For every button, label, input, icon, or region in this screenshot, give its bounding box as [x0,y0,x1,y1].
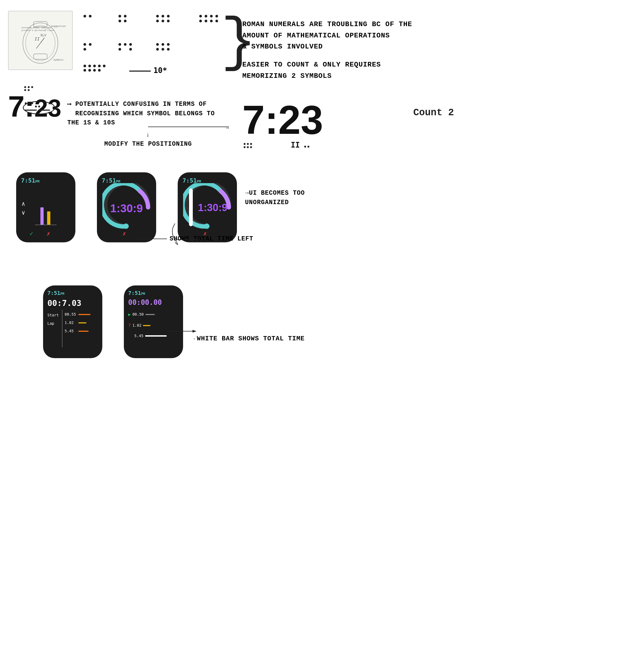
dot-cluster-7 [156,43,169,53]
watch2-timer: 1:30:9 [105,202,148,215]
dot-cluster-3 [156,15,169,22]
time-display-right: 7:23 [242,100,323,140]
svg-line-6 [40,38,44,43]
watch3-timer: 1:30:9 [192,202,233,213]
binary-symbol-ii: II [291,141,300,150]
svg-rect-13 [40,207,44,225]
watch2-x: ✗ [122,230,126,237]
watch-mockup-4: 7:51PM 00:7.03 StartLap 00.55 1.02 5.45 [43,286,102,358]
watch1-time: 7:51PM [21,177,40,184]
dot-cluster-8 [84,65,106,72]
svg-line-7 [36,43,40,48]
svg-text:Although Roman numerals: Although Roman numerals [22,26,51,29]
annotation-potentially-confusing: ⟶ POTENTIALLY CONFUSING IN TERMS OF RECO… [67,100,229,149]
annotation-roman-numerals: ROMAN NUMERALS ARE TROUBLING BC OF THE A… [242,19,412,52]
watch5-values: ▶ 00.50 ? 1.02 5.45 [128,310,167,340]
watch1-bars-svg [35,202,56,229]
watch1-arrows: ∧∨ [22,199,25,217]
watch4-time: 7:51PM [47,290,64,296]
dot-cluster-4 [199,15,218,22]
annotation-easier: POTENTIALLY CONFUSING IN TERMS OF EASIER… [242,59,381,82]
svg-text:II: II [34,37,40,42]
svg-text:provide a perfectly clean: provide a perfectly clean [22,29,54,31]
dot-cluster-1 [84,15,92,18]
dot-cluster-2 [118,15,127,22]
watch-mockup-2: 7:51PM 1:30:9 ✗ [97,172,156,242]
svg-rect-14 [47,211,50,225]
annotation-ui-unorganized: →UI BECOMES TOOUNORGANIZED [245,188,305,207]
watch4-main-timer: 00:7.03 [47,298,81,308]
dot-cluster-5 [84,43,92,51]
count2-label: Count 2 [413,107,454,118]
watch4-labels: StartLap [47,311,59,328]
watch3-white-bar [189,188,193,226]
watch-mockup-5: 7:51PM 00:00.00 ▶ 00.50 ? 1.02 5.45 [124,286,183,358]
watch4-divider [62,310,63,347]
svg-rect-3 [33,54,47,59]
time-left-container: 7:23 [8,86,61,121]
watch-mockup-1: 7:51PM ∧∨ ✓ ✗ [16,172,75,242]
bracket-arrow-svg [167,224,221,245]
dash-symbol [129,71,151,72]
svg-rect-2 [33,22,47,27]
watch5-time: 7:51PM [128,290,145,296]
dot-cluster-6 [118,43,132,51]
arrow-line-modify: → [148,127,229,127]
annotation-arrow-svg [167,323,248,339]
watch5-main-timer: 00:00.00 [128,298,162,306]
svg-marker-20 [192,330,197,333]
watch1-actions: ✓ ✗ [30,230,50,237]
watch4-values: 00.55 1.02 5.45 [65,310,90,335]
dot-label: 10* [154,66,167,75]
svg-text:XLV: XLV [40,34,46,38]
svg-text:Symbols: Symbols [53,59,64,61]
time-display-right-container: 7:23 II [242,100,323,140]
page-container: II XLV Suggestion Although Roman numeral… [0,0,644,660]
svg-text:Suggestion: Suggestion [51,25,66,28]
svg-point-16 [123,224,129,229]
watch-sketch: II XLV Suggestion Although Roman numeral… [8,11,73,70]
